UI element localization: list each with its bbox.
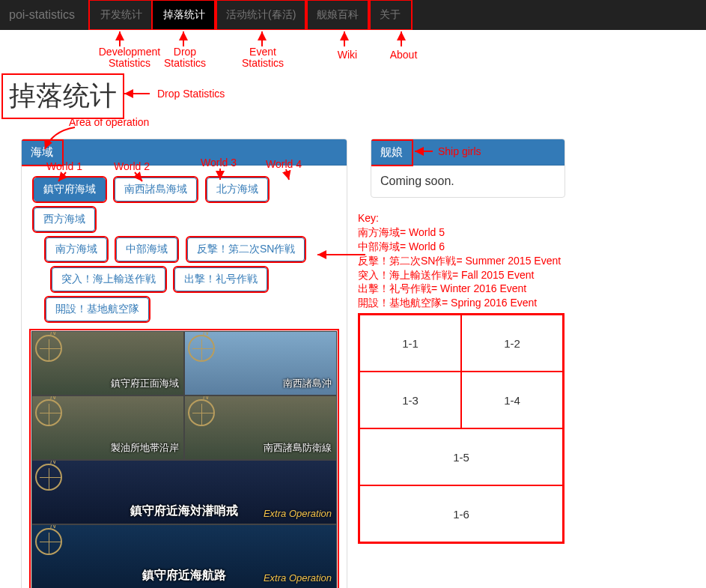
nav-about[interactable]: 关于 (369, 1, 411, 29)
navbar: poi-statistics 开发统计 掉落统计 活动统计(春活) 舰娘百科 关… (0, 0, 706, 30)
nav-wiki[interactable]: 舰娘百科 (306, 1, 369, 29)
nav-development[interactable]: 开发统计 (90, 1, 153, 29)
nav-event[interactable]: 活动统计(春活) (216, 1, 306, 29)
brand: poi-statistics (9, 8, 75, 22)
nav-drop[interactable]: 掉落统计 (153, 1, 216, 29)
